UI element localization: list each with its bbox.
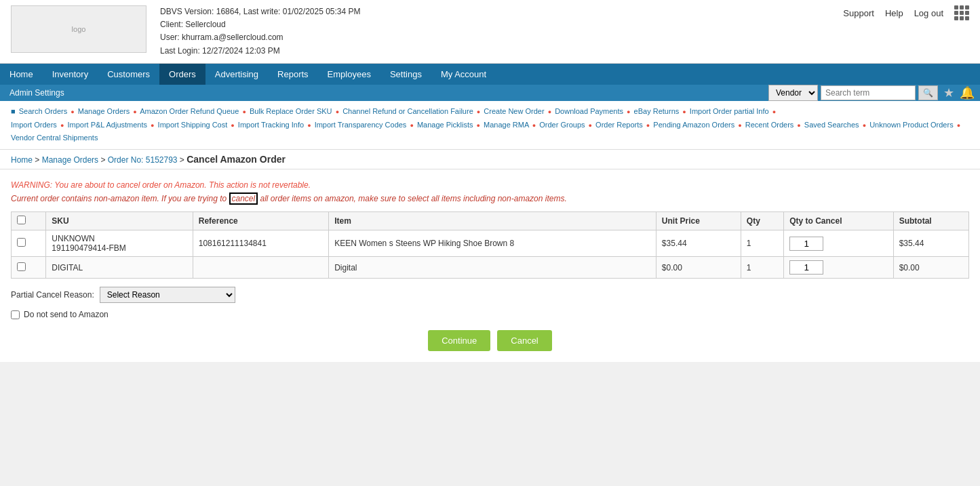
notifications-icon[interactable]: 🔔 [960, 85, 975, 100]
link-pending-amazon[interactable]: Pending Amazon Orders [653, 121, 734, 129]
do-not-send-checkbox[interactable] [11, 310, 20, 319]
link-order-reports[interactable]: Order Reports [595, 121, 643, 129]
nav-reports[interactable]: Reports [268, 64, 318, 85]
search-input[interactable] [821, 85, 916, 100]
row1-reference: 108161211134841 [193, 230, 328, 257]
header-actions: Support Help Log out [843, 5, 969, 20]
help-link[interactable]: Help [885, 8, 903, 18]
link-import-orders[interactable]: Import Orders [11, 121, 57, 129]
nav-customers[interactable]: Customers [98, 64, 159, 85]
order-items-table: SKU Reference Item Unit Price Qty Qty to… [11, 211, 969, 279]
row2-checkbox[interactable] [17, 262, 26, 271]
nav-bar: Home Inventory Customers Orders Advertis… [0, 64, 980, 85]
col-item: Item [329, 212, 656, 230]
breadcrumb-manage-orders[interactable]: Manage Orders [42, 155, 98, 165]
last-login: Last Login: 12/27/2024 12:03 PM [160, 45, 843, 58]
partial-cancel-select[interactable]: Select Reason CustomerReturn GeneralAdju… [100, 287, 235, 303]
search-button[interactable]: 🔍 [918, 85, 938, 100]
row2-qty-to-cancel-input[interactable] [789, 260, 823, 275]
nav-home[interactable]: Home [0, 64, 43, 85]
row1-qty: 1 [741, 230, 783, 257]
partial-cancel-label: Partial Cancel Reason: [11, 290, 94, 300]
cancel-highlight: cancel [229, 193, 258, 205]
logo: logo [11, 5, 146, 53]
select-all-checkbox[interactable] [17, 216, 26, 224]
nav-inventory[interactable]: Inventory [43, 64, 98, 85]
row2-subtotal: $0.00 [893, 257, 968, 279]
breadcrumb-home[interactable]: Home [11, 155, 33, 165]
row2-qty-to-cancel-cell [784, 257, 894, 279]
link-saved-searches[interactable]: Saved Searches [804, 121, 859, 129]
warning-text-1: WARNING: You are about to cancel order o… [11, 180, 969, 190]
link-bulk-replace[interactable]: Bulk Replace Order SKU [250, 107, 332, 115]
action-buttons: Continue Cancel [11, 330, 969, 351]
partial-cancel-reason-row: Partial Cancel Reason: Select Reason Cus… [11, 287, 969, 303]
row1-qty-to-cancel-input[interactable] [789, 237, 823, 251]
content-area: WARNING: You are about to cancel order o… [0, 169, 980, 362]
link-vendor-central[interactable]: Vendor Central Shipments [11, 134, 98, 142]
link-import-pl[interactable]: Import P&L Adjustments [67, 121, 147, 129]
row1-subtotal: $35.44 [893, 230, 968, 257]
continue-button[interactable]: Continue [428, 330, 490, 351]
link-manage-orders[interactable]: Manage Orders [78, 107, 130, 115]
warning-pre: Current order contains non-amazon item. … [11, 194, 227, 203]
warning-text-2: Current order contains non-amazon item. … [11, 194, 969, 203]
row2-sku: DIGITAL [46, 257, 193, 279]
link-manage-picklists[interactable]: Manage Picklists [417, 121, 473, 129]
apps-icon[interactable] [954, 5, 969, 20]
nav-advertising[interactable]: Advertising [205, 64, 268, 85]
link-import-shipping[interactable]: Import Shipping Cost [158, 121, 228, 129]
vendor-select-wrap: Vendor 🔍 ★ 🔔 [768, 85, 980, 101]
link-create-order[interactable]: Create New Order [484, 107, 544, 115]
nav-orders[interactable]: Orders [159, 64, 205, 85]
nav-settings[interactable]: Settings [380, 64, 431, 85]
col-reference: Reference [193, 212, 328, 230]
row1-sku: UNKNOWN191190479414-FBM [46, 230, 193, 257]
do-not-send-label: Do not send to Amazon [24, 310, 109, 319]
nav-my-account[interactable]: My Account [431, 64, 496, 85]
links-bar: ■ Search Orders ● Manage Orders ● Amazon… [0, 101, 980, 150]
link-ebay-returns[interactable]: eBay Returns [634, 107, 680, 115]
link-unknown-product-orders[interactable]: Unknown Product Orders [869, 121, 954, 129]
row1-checkbox[interactable] [17, 238, 26, 247]
link-download-payments[interactable]: Download Payments [555, 107, 623, 115]
row2-item: Digital [329, 257, 656, 279]
vendor-dropdown[interactable]: Vendor [768, 85, 818, 101]
link-import-order-partial[interactable]: Import Order partial Info [690, 107, 769, 115]
link-recent-orders[interactable]: Recent Orders [745, 121, 794, 129]
table-row: DIGITAL Digital $0.00 1 $0.00 [12, 257, 969, 279]
link-import-transparency[interactable]: Import Transparency Codes [315, 121, 407, 129]
support-link[interactable]: Support [843, 8, 874, 18]
link-order-groups[interactable]: Order Groups [539, 121, 585, 129]
logout-link[interactable]: Log out [914, 8, 943, 18]
col-checkbox [12, 212, 46, 230]
nav-employees[interactable]: Employees [318, 64, 380, 85]
favorites-icon[interactable]: ★ [943, 85, 954, 100]
link-channel-refund[interactable]: Channel Refund or Cancellation Failure [342, 107, 473, 115]
breadcrumb: Home > Manage Orders > Order No: 5152793… [0, 150, 980, 169]
link-manage-rma[interactable]: Manage RMA [484, 121, 529, 129]
link-search-orders[interactable]: Search Orders [19, 107, 68, 115]
col-unit-price: Unit Price [656, 212, 741, 230]
admin-settings-bar: Admin Settings Vendor 🔍 ★ 🔔 [0, 85, 980, 101]
client-info: Client: Sellercloud [160, 18, 843, 31]
do-not-send-row: Do not send to Amazon [11, 310, 969, 319]
row2-unit-price: $0.00 [656, 257, 741, 279]
version-info: DBVS Version: 16864, Last write: 01/02/2… [160, 5, 843, 18]
row1-item: KEEN Women s Steens WP Hiking Shoe Brown… [329, 230, 656, 257]
row1-checkbox-cell [12, 230, 46, 257]
link-import-tracking[interactable]: Import Tracking Info [238, 121, 304, 129]
cancel-button[interactable]: Cancel [497, 330, 551, 351]
col-sku: SKU [46, 212, 193, 230]
row1-qty-to-cancel-cell [784, 230, 894, 257]
page-title: Cancel Amazon Order [187, 154, 286, 165]
breadcrumb-order-no[interactable]: Order No: 5152793 [108, 155, 178, 165]
header: logo DBVS Version: 16864, Last write: 01… [0, 0, 980, 64]
link-amazon-refund-queue[interactable]: Amazon Order Refund Queue [140, 107, 239, 115]
admin-settings-link[interactable]: Admin Settings [0, 85, 74, 101]
row1-unit-price: $35.44 [656, 230, 741, 257]
col-subtotal: Subtotal [893, 212, 968, 230]
warning-post: all order items on amazon, make sure to … [260, 194, 567, 203]
col-qty-to-cancel: Qty to Cancel [784, 212, 894, 230]
row2-reference [193, 257, 328, 279]
